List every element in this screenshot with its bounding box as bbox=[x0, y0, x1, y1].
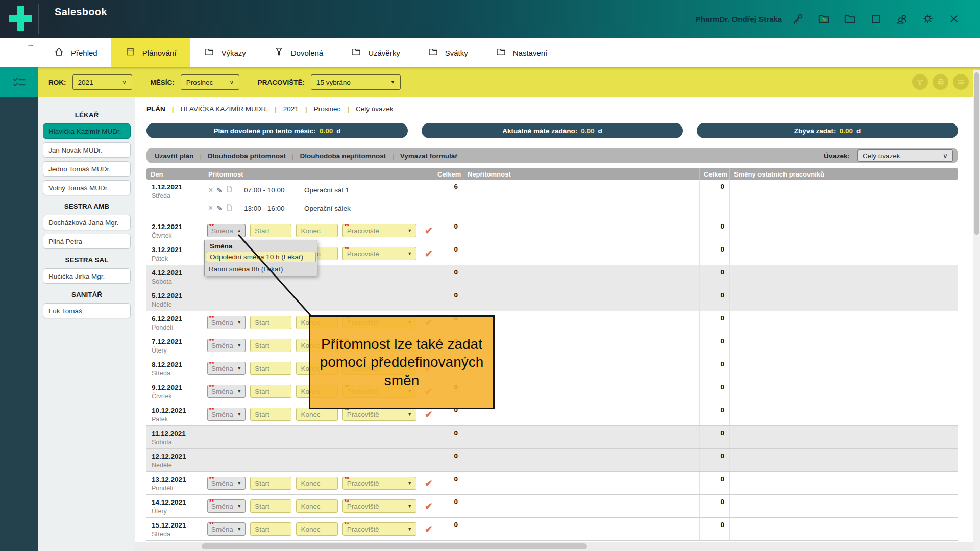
edit-icon[interactable]: ✎ bbox=[216, 204, 223, 212]
sidebar-person[interactable]: Jan Novák MUDr. bbox=[43, 142, 131, 158]
start-input[interactable]: Start bbox=[250, 362, 291, 375]
sidebar-person[interactable]: Jedno Tomáš MUDr. bbox=[43, 161, 131, 177]
delete-icon[interactable]: × bbox=[208, 186, 213, 194]
start-input[interactable]: Start bbox=[250, 408, 291, 421]
required-marker: ** bbox=[345, 498, 350, 505]
confirm-check-button[interactable]: ✔ bbox=[425, 478, 433, 489]
konec-input[interactable]: Konec bbox=[296, 477, 337, 490]
horizontal-scrollbar[interactable] bbox=[135, 542, 973, 551]
copy-icon[interactable] bbox=[226, 204, 233, 213]
sidebar-person[interactable]: Ručička Jirka Mgr. bbox=[43, 268, 131, 284]
total-presence-cell: 0 bbox=[433, 518, 463, 540]
confirm-check-button[interactable]: ✔ bbox=[425, 409, 433, 420]
smena-select[interactable]: **Směna▼ bbox=[207, 499, 246, 513]
rok-select[interactable]: 2021∨ bbox=[72, 74, 132, 90]
confirm-check-button[interactable]: ✔ bbox=[425, 523, 433, 535]
smena-select[interactable]: **Směna▼ bbox=[207, 477, 246, 490]
print-button[interactable] bbox=[933, 74, 948, 90]
settings-gear-icon[interactable] bbox=[920, 11, 936, 27]
menu-button[interactable] bbox=[953, 74, 969, 90]
konec-input[interactable]: Konec bbox=[296, 522, 337, 536]
pracoviste-select[interactable]: **Pracoviště▼ bbox=[342, 499, 416, 513]
sidebar-person[interactable]: Fuk Tomáš bbox=[43, 303, 131, 318]
tab-přehled[interactable]: Přehled bbox=[40, 38, 111, 67]
folder-icon[interactable] bbox=[842, 11, 857, 27]
pracoviste-select[interactable]: **Pracoviště▼ bbox=[342, 408, 416, 421]
vertical-scrollbar-thumb[interactable] bbox=[974, 72, 979, 235]
toolbar-action[interactable]: Dlouhodobá nepřítomnost bbox=[300, 152, 386, 160]
pracoviste-select[interactable]: **Pracoviště▼ bbox=[342, 477, 416, 490]
toolbar-action[interactable]: Vymazat formulář bbox=[400, 152, 458, 160]
nav-arrow-icon[interactable]: → bbox=[27, 40, 34, 48]
sidebar-person[interactable]: Docházková Jana Mgr. bbox=[43, 215, 131, 230]
tab-plánování[interactable]: Plánování bbox=[111, 38, 190, 67]
funnel-icon bbox=[274, 46, 284, 59]
folder-icon bbox=[843, 12, 856, 26]
uvazek-select[interactable]: Celý úvazek∨ bbox=[857, 149, 953, 162]
collapse-minus-button[interactable]: − bbox=[424, 220, 428, 228]
smena-select[interactable]: **Směna▲ bbox=[207, 224, 246, 237]
toolbar-action[interactable]: Dlouhodobá přítomnost bbox=[208, 152, 286, 160]
close-icon[interactable] bbox=[946, 11, 962, 27]
key-icon[interactable] bbox=[790, 11, 805, 27]
smena-select[interactable]: **Směna▼ bbox=[207, 408, 246, 421]
column-header: Směny ostatních pracovníků bbox=[730, 168, 958, 180]
pracoviste-select[interactable]: **Pracoviště▼ bbox=[342, 522, 416, 536]
filter-icon bbox=[916, 78, 925, 87]
pracoviste-select[interactable]: **Pracoviště▼ bbox=[342, 224, 416, 237]
folder-new-icon[interactable]: N bbox=[816, 11, 831, 27]
row-dayname: Sobota bbox=[152, 439, 204, 446]
smena-select[interactable]: **Směna▼ bbox=[207, 362, 246, 375]
tab-nastavení[interactable]: Nastavení bbox=[482, 38, 561, 67]
delete-icon[interactable]: × bbox=[208, 204, 213, 212]
filter-button[interactable] bbox=[912, 74, 928, 90]
app-title: Salesbook bbox=[55, 6, 107, 18]
konec-input[interactable]: Konec bbox=[296, 224, 337, 237]
start-input[interactable]: Start bbox=[250, 316, 291, 329]
shift-option[interactable]: Ranní směna 8h (Lékař) bbox=[205, 264, 317, 274]
window-icon[interactable] bbox=[868, 11, 884, 27]
start-input[interactable]: Start bbox=[250, 339, 291, 352]
smena-select[interactable]: **Směna▼ bbox=[207, 385, 246, 398]
start-input[interactable]: Start bbox=[250, 499, 291, 513]
folder-icon bbox=[351, 46, 361, 59]
header-icon-divider bbox=[811, 10, 811, 28]
shift-option[interactable]: Odpolední směna 10 h (Lékař) bbox=[206, 252, 316, 262]
konec-input[interactable]: Konec bbox=[296, 499, 337, 513]
other-shifts-cell bbox=[730, 495, 958, 517]
pracoviste-select[interactable]: 15 vybráno▼ bbox=[311, 74, 401, 90]
required-marker: ** bbox=[209, 384, 214, 390]
copy-icon[interactable] bbox=[226, 185, 233, 195]
tab-svátky[interactable]: Svátky bbox=[414, 38, 482, 67]
confirm-check-button[interactable]: ✔ bbox=[425, 500, 433, 512]
tab-uzávěrky[interactable]: Uzávěrky bbox=[337, 38, 414, 67]
pracoviste-select[interactable]: **Pracoviště▼ bbox=[342, 247, 416, 260]
print-icon bbox=[936, 78, 945, 87]
vertical-scrollbar[interactable] bbox=[973, 70, 980, 551]
pill-unit: d bbox=[856, 127, 861, 135]
column-header: Den bbox=[146, 168, 204, 180]
edit-icon[interactable]: ✎ bbox=[216, 186, 223, 194]
smena-select[interactable]: **Směna▼ bbox=[207, 316, 246, 329]
header-icon-divider bbox=[941, 10, 941, 28]
users-icon[interactable] bbox=[894, 11, 910, 27]
horizontal-scrollbar-thumb[interactable] bbox=[202, 543, 587, 549]
sidebar-person[interactable]: Hlavička Kazimír MUDr. bbox=[43, 123, 131, 139]
start-input[interactable]: Start bbox=[250, 522, 291, 536]
start-input[interactable]: Start bbox=[250, 385, 291, 398]
sidebar-toggle[interactable] bbox=[0, 67, 38, 97]
konec-input[interactable]: Konec bbox=[296, 408, 337, 421]
toolbar-action[interactable]: Uzavřít plán bbox=[155, 152, 194, 160]
start-input[interactable]: Start bbox=[250, 477, 291, 490]
sidebar-person[interactable]: Volný Tomáš MUDr. bbox=[43, 180, 131, 195]
smena-select[interactable]: **Směna▼ bbox=[207, 522, 246, 536]
confirm-check-button[interactable]: ✔ bbox=[425, 248, 433, 260]
sidebar-person[interactable]: Pilná Petra bbox=[43, 234, 131, 249]
smena-select[interactable]: **Směna▼ bbox=[207, 339, 246, 352]
tab-výkazy[interactable]: Výkazy bbox=[190, 38, 259, 67]
start-input[interactable]: Start bbox=[250, 224, 291, 237]
tab-dovolená[interactable]: Dovolená bbox=[260, 38, 337, 67]
close-icon bbox=[947, 12, 961, 26]
mesic-select[interactable]: Prosinec∨ bbox=[181, 74, 239, 90]
caret-icon: ▼ bbox=[237, 527, 241, 532]
